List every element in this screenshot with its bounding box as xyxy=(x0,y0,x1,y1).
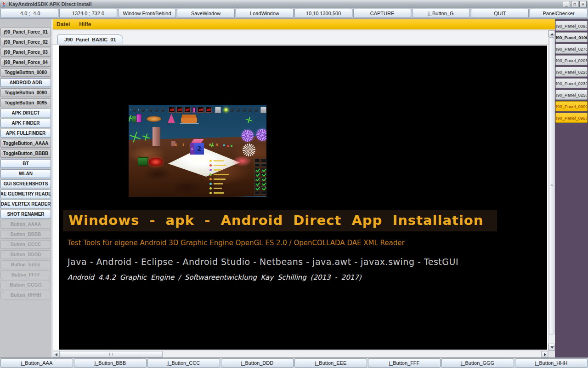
right-button-panel-0205[interactable]: J90_Panel_0205 xyxy=(555,55,588,65)
led-off-indicator: off xyxy=(176,107,183,113)
horizontal-scrollbar[interactable] xyxy=(53,351,555,357)
subtitle-text: Test Tools für eigene Android 3D Graphic… xyxy=(68,239,405,247)
sidebar-button-panel-force-04[interactable]: j90_Panel_Force_04 xyxy=(0,58,51,67)
j-button-fff[interactable]: j_Button_FFF xyxy=(368,358,441,368)
j-button-hhh[interactable]: j_Button_HHH xyxy=(515,358,588,368)
legend-row xyxy=(209,163,266,167)
sidebar-button-dae-geometry-reader[interactable]: DAE GEOMETRY READER xyxy=(0,190,51,198)
horizontal-scroll-track[interactable] xyxy=(60,351,541,357)
right-button-panel-0220[interactable]: J90_Panel_0220 xyxy=(555,67,588,77)
sidebar-button-shot-renamer[interactable]: SHOT RENAMER xyxy=(0,210,51,218)
sidebar-button-panel-force-02[interactable]: j90_Panel_Force_02 xyxy=(0,38,51,46)
legend-row xyxy=(209,190,266,195)
led-off-indicator: off xyxy=(205,107,212,113)
j-button-g[interactable]: j_Button_G xyxy=(412,9,470,18)
sidebar-button-apk-finder[interactable]: APK FINDER xyxy=(0,119,51,127)
vertical-scroll-thumb[interactable] xyxy=(549,37,554,334)
right-button-panel-0230[interactable]: J90_Panel_0230 xyxy=(555,78,588,88)
horizontal-scroll-thumb[interactable] xyxy=(60,351,163,357)
sidebar-button-android-adb[interactable]: ANDROID ADB xyxy=(0,78,51,87)
sidebar-button-bt[interactable]: BT xyxy=(0,159,51,168)
vertical-scroll-track[interactable] xyxy=(548,37,555,344)
close-icon[interactable]: ✕ xyxy=(579,1,587,7)
legend-row xyxy=(209,158,266,163)
scene-knob-icon xyxy=(230,108,234,112)
j-button-ddd[interactable]: j_Button_DDD xyxy=(221,358,294,368)
green-dot xyxy=(231,145,232,147)
right-button-panel-0250[interactable]: J90_Panel_0250 xyxy=(555,90,588,100)
window-front-behind-button[interactable]: Window Front/Behind xyxy=(118,9,176,18)
left-sidebar: j90_Panel_Force_01 j90_Panel_Force_02 j9… xyxy=(0,19,53,357)
sidebar-button-eeee: Button_EEEE xyxy=(0,260,51,269)
scroll-right-icon[interactable] xyxy=(541,351,548,357)
scene-knob-icon xyxy=(141,108,145,112)
tab-strip: J90_Panel_BASIC_01 xyxy=(53,30,548,44)
capture-region-button[interactable]: 10,10 1300,500 xyxy=(294,9,352,18)
right-button-panel-0090[interactable]: J90_Panel_0090 xyxy=(555,21,588,31)
right-button-panel-0950[interactable]: J90_Panel_0950 xyxy=(555,113,588,123)
headline-text: Windows - apk - Android Direct App Insta… xyxy=(68,210,483,231)
red-glow-cube xyxy=(149,158,163,166)
sidebar-button-wlan[interactable]: WLAN xyxy=(0,169,51,178)
scroll-left-icon[interactable] xyxy=(53,351,60,357)
capture-button[interactable]: CAPTURE xyxy=(353,9,411,18)
scroll-down-icon[interactable] xyxy=(548,344,555,351)
restore-icon[interactable]: ❐ xyxy=(571,1,578,7)
sidebar-button-apk-fullfinder[interactable]: APK FULLFINDER xyxy=(0,129,51,138)
tech-line-text: Java - Android - Eclipse - Android Studi… xyxy=(68,257,458,267)
j-button-aaa[interactable]: j_Button_AAA xyxy=(0,358,73,368)
j-button-ggg[interactable]: j_Button_GGG xyxy=(441,358,514,368)
j-button-eee[interactable]: j_Button_EEE xyxy=(294,358,367,368)
title-bar: KayAndroidSDK APK Direct Install _ ❐ ✕ xyxy=(0,0,588,8)
credit-line-text: Android 4.4.2 Graphic Engine / Softwaree… xyxy=(68,273,362,282)
right-button-panel-0270[interactable]: J90_Panel_0270 xyxy=(555,44,588,54)
scene-label-dash xyxy=(147,109,147,110)
pink-sail-graphic xyxy=(168,114,175,123)
minimize-icon[interactable]: _ xyxy=(563,1,570,7)
load-window-button[interactable]: LoadWindow xyxy=(236,9,294,18)
sidebar-button-toggle-0080[interactable]: ToggleButton_0080 xyxy=(0,68,51,77)
sidebar-button-dae-vertex-reader[interactable]: DAE VERTEX READER xyxy=(0,200,51,208)
quit-button[interactable]: ---QUIT--- xyxy=(471,9,529,18)
scene-knob-icon xyxy=(254,108,258,112)
j-button-bbb[interactable]: j_Button_BBB xyxy=(74,358,147,368)
monolith-graphic xyxy=(153,127,160,146)
sidebar-button-toggle-0090[interactable]: ToggleButton_0090 xyxy=(0,88,51,97)
dice-cube-graphic: 6 2 xyxy=(190,139,205,155)
menu-datei[interactable]: Datei xyxy=(57,21,70,28)
coords-button[interactable]: -4.0 ; -4.0 xyxy=(0,9,58,18)
j-button-ccc[interactable]: j_Button_CCC xyxy=(147,358,220,368)
vertical-scrollbar[interactable] xyxy=(548,30,555,351)
right-button-panel-0900[interactable]: J90_Panel_0900 xyxy=(555,101,588,111)
scroll-up-icon[interactable] xyxy=(548,30,555,37)
cube-top-face xyxy=(191,139,204,143)
sidebar-button-apk-direct[interactable]: APK DIRECT xyxy=(0,109,51,117)
scene-gray-button xyxy=(260,107,266,113)
window-title: KayAndroidSDK APK Direct Install xyxy=(9,1,563,7)
legend-row xyxy=(209,181,266,186)
sidebar-button-toggle-0095[interactable]: ToggleButton_0095 xyxy=(0,98,51,107)
orange-couch-graphic xyxy=(181,117,197,123)
sidebar-button-panel-force-01[interactable]: j90_Panel_Force_01 xyxy=(0,28,51,36)
sidebar-button-gui-screenshots[interactable]: GUI SCREENSHOTS xyxy=(0,179,51,188)
black-canvas: off off off off off xyxy=(59,46,547,350)
tab-j90-panel-basic-01[interactable]: J90_Panel_BASIC_01 xyxy=(57,34,123,44)
headline-strip: Windows - apk - Android Direct App Insta… xyxy=(63,210,497,231)
sidebar-button-toggle-aaaa[interactable]: ToggleButton_AAAA xyxy=(0,139,51,148)
save-window-button[interactable]: SaveWindow xyxy=(177,9,235,18)
sidebar-button-toggle-bbbb[interactable]: ToggleButton_BBBB xyxy=(0,149,51,158)
sidebar-button-ffff: Button_FFFF xyxy=(0,270,51,279)
scene-knob-icon xyxy=(132,108,137,112)
spiky-ball-graphic xyxy=(256,129,266,141)
scrollbar-corner xyxy=(548,351,555,357)
size-button[interactable]: 1374.0 ; 732.0 xyxy=(59,9,117,18)
right-button-panel-0100[interactable]: J90_Panel_0100 xyxy=(555,32,588,42)
java-icon xyxy=(1,1,6,7)
legend-row xyxy=(209,172,266,177)
teal-dot xyxy=(223,144,225,146)
opengl-scene-image: off off off off off xyxy=(129,105,266,197)
menu-hilfe[interactable]: Hilfe xyxy=(79,21,91,28)
sidebar-button-panel-force-03[interactable]: j90_Panel_Force_03 xyxy=(0,48,51,57)
right-panel-fill xyxy=(555,124,588,357)
panel-checker-button[interactable]: PanelChecker xyxy=(530,9,588,18)
